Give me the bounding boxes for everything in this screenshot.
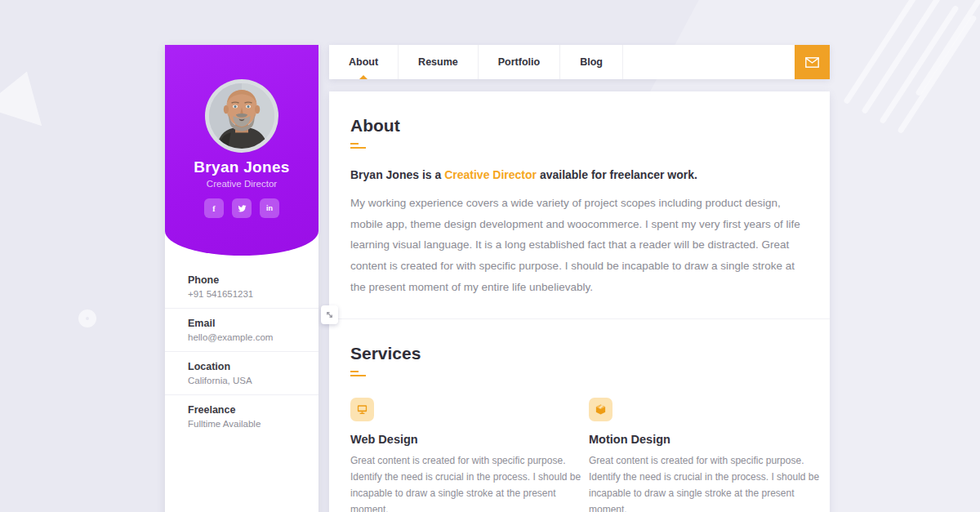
contact-value: Fulltime Available (188, 419, 305, 429)
active-tab-caret (359, 75, 368, 79)
contact-list: Phone +91 541651231 Email hello@example.… (165, 256, 318, 438)
tab-label: Resume (418, 56, 458, 68)
main-content-panel: About Bryan Jones is a Creative Director… (329, 91, 830, 512)
linkedin-icon[interactable]: in (260, 198, 279, 218)
services-section: Services Web Design Great content is cre… (329, 318, 830, 512)
tab-label: Portfolio (498, 56, 540, 68)
services-section-title: Services (350, 344, 808, 363)
cube-icon (589, 398, 612, 421)
services-grid: Web Design Great content is created for … (350, 398, 808, 512)
contact-item-location: Location California, USA (165, 352, 318, 395)
contact-label: Location (188, 361, 305, 372)
profile-role: Creative Director (165, 179, 318, 189)
resize-handle-button[interactable] (321, 305, 338, 324)
lead-highlight: Creative Director (444, 168, 537, 181)
monitor-icon (350, 398, 374, 421)
contact-label: Email (188, 318, 305, 329)
contact-mail-button[interactable] (795, 45, 830, 79)
about-section-title: About (350, 116, 808, 136)
contact-label: Freelance (188, 404, 305, 416)
top-navbar: About Resume Portfolio Blog (329, 45, 830, 79)
background-ring-shape (78, 309, 96, 327)
profile-name: Bryan Jones (165, 158, 318, 176)
tab-blog[interactable]: Blog (560, 45, 623, 79)
profile-card: Bryan Jones Creative Director f in (165, 45, 318, 256)
service-description: Great content is created for with specif… (589, 453, 827, 512)
lead-suffix: available for freelancer work. (537, 168, 697, 181)
service-description: Great content is created for with specif… (350, 453, 589, 512)
service-title: Motion Design (589, 433, 827, 446)
tab-about[interactable]: About (329, 45, 399, 79)
social-links: f in (165, 198, 318, 218)
linkedin-glyph: in (266, 204, 273, 212)
title-underline-decoration (350, 143, 808, 149)
service-title: Web Design (350, 433, 589, 446)
diagonal-arrow-icon (325, 310, 334, 319)
facebook-glyph: f (212, 204, 215, 213)
tab-label: About (349, 56, 378, 68)
title-underline-decoration (350, 371, 808, 376)
service-card-motion-design: Motion Design Great content is created f… (589, 398, 827, 512)
avatar (205, 79, 278, 153)
background-triangle-shape (0, 62, 56, 127)
contact-value: +91 541651231 (188, 289, 305, 299)
contact-item-email: Email hello@example.com (165, 309, 318, 352)
contact-item-phone: Phone +91 541651231 (165, 265, 318, 309)
facebook-icon[interactable]: f (204, 198, 224, 218)
tab-resume[interactable]: Resume (399, 45, 479, 79)
twitter-icon[interactable] (232, 198, 252, 218)
contact-value: California, USA (188, 376, 305, 385)
lead-prefix: Bryan Jones is a (350, 168, 444, 181)
profile-sidebar: Bryan Jones Creative Director f in Phone… (165, 45, 318, 512)
tab-label: Blog (580, 56, 603, 68)
about-body-paragraph: My working experience covers a wide vari… (350, 193, 808, 297)
contact-label: Phone (188, 274, 305, 286)
tab-portfolio[interactable]: Portfolio (479, 45, 560, 79)
avatar-portrait (209, 83, 274, 149)
nav-spacer (623, 45, 795, 79)
about-lead-sentence: Bryan Jones is a Creative Director avail… (350, 168, 808, 181)
service-card-web-design: Web Design Great content is created for … (350, 398, 589, 512)
envelope-icon (805, 57, 819, 68)
contact-value: hello@example.com (188, 332, 305, 342)
about-section: About Bryan Jones is a Creative Director… (329, 91, 830, 318)
contact-item-freelance: Freelance Fulltime Available (165, 395, 318, 438)
